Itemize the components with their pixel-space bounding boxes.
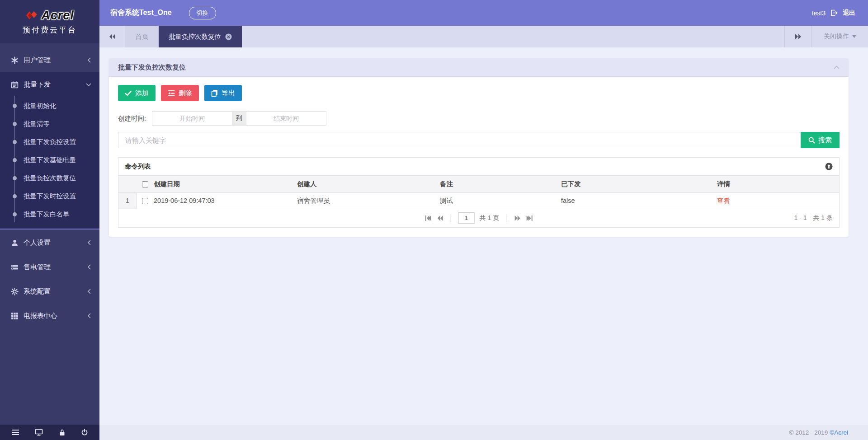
prev-page-icon[interactable] (437, 215, 443, 221)
column-header-remark: 备注 (440, 176, 561, 192)
tab-label: 首页 (135, 33, 148, 41)
command-list-grid: 命令列表 (118, 157, 840, 228)
select-all-checkbox[interactable] (142, 181, 148, 187)
pagination-bar: 共 1 页 1 - 1 共 1 (118, 209, 839, 227)
create-time-filter: 创建时间: 到 (118, 111, 840, 126)
sidebar-menu-lower: 个人设置 售电管理 (0, 229, 99, 328)
asterisk-icon (11, 56, 19, 64)
grid-icon (11, 312, 19, 320)
monitor-icon[interactable] (35, 429, 43, 436)
sidebar-item-meter-center[interactable]: 电报表中心 (0, 304, 99, 328)
brand-logo: Acrel 预付费云平台 (0, 0, 99, 43)
system-name: 宿舍系统Test_One (110, 8, 172, 18)
table-header-row: 创建日期 创建人 备注 已下发 详情 (118, 176, 839, 192)
sidebar-subitem-load-control[interactable]: 批量下发负控设置 (0, 133, 99, 151)
main-area: 宿舍系统Test_One 切换 test3 退出 首页 批量负控次数复位 (99, 0, 868, 440)
tabs-scroll-right-icon[interactable] (784, 26, 811, 47)
chevron-down-icon (86, 83, 91, 87)
sidebar-item-system-config[interactable]: 系统配置 (0, 279, 99, 304)
next-page-icon[interactable] (514, 215, 521, 221)
end-time-input[interactable] (246, 111, 326, 126)
load-reset-panel: 批量下发负控次数复位 添加 (109, 58, 849, 237)
add-button[interactable]: 添加 (118, 85, 156, 101)
record-count: 1 - 1 共 1 条 (794, 214, 833, 222)
caret-down-icon (852, 35, 856, 38)
export-button[interactable]: 导出 (204, 85, 242, 101)
chevron-left-icon (87, 240, 91, 245)
to-label: 到 (232, 111, 246, 126)
sidebar-menu: 用户管理 批量下发 批量初始化 批量清零 (0, 48, 99, 328)
search-label: 搜索 (818, 136, 832, 145)
select-all-cell (137, 176, 154, 192)
copy-icon (211, 89, 218, 97)
sidebar-item-user-management[interactable]: 用户管理 (0, 48, 99, 72)
sidebar-subitem-load-reset[interactable]: 批量负控次数复位 (0, 169, 99, 187)
tab-home[interactable]: 首页 (125, 26, 159, 47)
page-input[interactable] (458, 212, 475, 224)
keyword-input[interactable] (118, 132, 801, 148)
row-number: 1 (118, 192, 137, 209)
tab-load-reset-active[interactable]: 批量负控次数复位 (159, 26, 242, 47)
delete-label: 删除 (179, 89, 192, 98)
last-page-icon[interactable] (526, 215, 533, 221)
tab-label: 批量负控次数复位 (169, 33, 221, 41)
topbar: 宿舍系统Test_One 切换 test3 退出 (99, 0, 868, 26)
row-select-cell (137, 192, 154, 209)
cell-remark: 测试 (440, 192, 561, 209)
close-operations-label: 关闭操作 (824, 33, 849, 41)
sidebar-subitem-batch-clear[interactable]: 批量清零 (0, 115, 99, 133)
acrel-footer-link[interactable]: ©Acrel (830, 429, 848, 436)
panel-header: 批量下发负控次数复位 (109, 58, 849, 77)
table-row[interactable]: 1 2019-06-12 09:47:03 宿舍管理员 测试 false 查看 (118, 192, 839, 209)
chevron-up-icon[interactable] (834, 66, 840, 69)
toolbar: 添加 删除 导出 (118, 85, 840, 101)
search-button[interactable]: 搜索 (801, 132, 840, 148)
record-total-label: 共 1 条 (813, 214, 833, 222)
switch-system-button[interactable]: 切换 (189, 7, 216, 19)
sidebar-submenu: 批量初始化 批量清零 批量下发负控设置 批量下发基础电量 批量负控次数复位 批量… (0, 97, 99, 223)
first-page-icon[interactable] (425, 215, 432, 221)
row-checkbox[interactable] (142, 198, 148, 204)
start-time-input[interactable] (152, 111, 232, 126)
sidebar-item-label: 系统配置 (24, 287, 87, 296)
content-area: 批量下发负控次数复位 添加 (99, 47, 868, 425)
sidebar-item-label: 电报表中心 (24, 312, 87, 320)
lock-icon[interactable] (59, 429, 66, 436)
sidebar-subitem-time-control[interactable]: 批量下发时控设置 (0, 187, 99, 205)
logout-button[interactable]: 退出 (843, 9, 855, 17)
sidebar-item-personal-settings[interactable]: 个人设置 (0, 230, 99, 255)
chevron-left-icon (87, 313, 91, 318)
chevron-left-icon (87, 289, 91, 294)
sidebar-group-batch: 批量下发 批量初始化 批量清零 批量下发负控设置 批量下发基础电量 批量负控次数… (0, 72, 99, 229)
logout-icon[interactable] (830, 9, 838, 16)
scroll-top-icon[interactable] (825, 163, 833, 170)
cell-creator: 宿舍管理员 (297, 192, 440, 209)
sidebar-item-label: 售电管理 (24, 263, 87, 271)
tabs-scroll-left-icon[interactable] (99, 26, 125, 47)
username: test3 (812, 9, 826, 17)
hamburger-icon[interactable] (11, 429, 19, 435)
total-pages-label: 共 1 页 (480, 214, 500, 222)
view-detail-link[interactable]: 查看 (717, 197, 730, 204)
sidebar-item-batch-issue[interactable]: 批量下发 (0, 72, 99, 97)
sidebar-subitem-base-energy[interactable]: 批量下发基础电量 (0, 151, 99, 169)
sidebar-subitem-batch-init[interactable]: 批量初始化 (0, 97, 99, 115)
close-icon[interactable] (225, 33, 232, 40)
column-header-issued: 已下发 (561, 176, 717, 192)
tabbar-right-controls: 关闭操作 (784, 26, 868, 47)
topbar-user-area: test3 退出 (812, 9, 855, 17)
search-icon (808, 137, 815, 144)
close-operations-dropdown[interactable]: 关闭操作 (811, 26, 868, 47)
sidebar-subitem-whitelist[interactable]: 批量下发白名单 (0, 205, 99, 223)
cell-issued: false (561, 192, 717, 209)
outdent-icon (168, 90, 175, 97)
delete-button[interactable]: 删除 (161, 85, 199, 101)
tab-bar: 首页 批量负控次数复位 关闭操作 (99, 26, 868, 47)
sidebar-footer (0, 425, 99, 440)
column-header-detail: 详情 (717, 176, 839, 192)
sidebar-item-sales-management[interactable]: 售电管理 (0, 255, 99, 279)
chevron-left-icon (87, 264, 91, 270)
power-icon[interactable] (81, 429, 88, 436)
chevron-left-icon (87, 57, 91, 63)
app-root: Acrel 预付费云平台 用户管理 批量下发 (0, 0, 868, 440)
